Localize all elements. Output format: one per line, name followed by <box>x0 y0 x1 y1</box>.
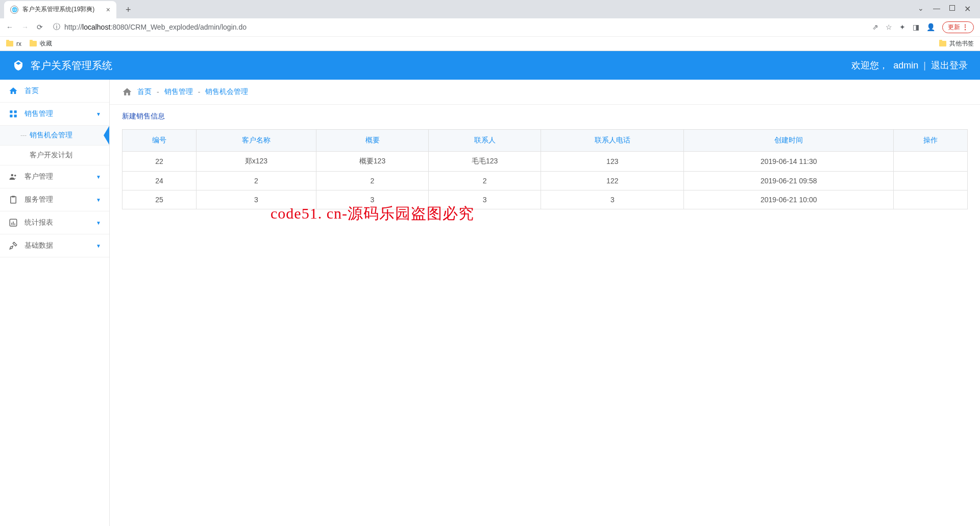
col-contact: 联系人 <box>429 130 541 152</box>
globe-icon: 🌐 <box>10 6 18 14</box>
tools-icon <box>8 241 18 251</box>
tab-bar: 🌐 客户关系管理系统(19郭爽) × + ⌄ — ✕ <box>0 0 980 18</box>
svg-rect-6 <box>11 197 16 203</box>
close-window-icon[interactable]: ✕ <box>964 4 971 14</box>
new-record-button[interactable]: 新建销售信息 <box>122 112 165 121</box>
sidebar-item-label: 基础数据 <box>24 241 53 250</box>
tab-title: 客户关系管理系统(19郭爽) <box>22 5 102 14</box>
profile-icon[interactable]: 👤 <box>926 23 935 31</box>
table-row: 242221222019-06-21 09:58 <box>122 172 968 190</box>
chevron-down-icon: ▼ <box>96 174 101 180</box>
content-area: 新建销售信息 编号 客户名称 概要 联系人 联系人电话 创建时间 操作 22郑x… <box>110 105 980 217</box>
sidebar-item-service[interactable]: 服务管理 ▼ <box>0 188 109 211</box>
col-id: 编号 <box>122 130 197 152</box>
chevron-down-icon[interactable]: ⌄ <box>918 4 924 14</box>
col-customer: 客户名称 <box>196 130 316 152</box>
col-phone: 联系人电话 <box>541 130 684 152</box>
logo-icon <box>12 59 24 71</box>
url-path: /CRM_Web_exploded/admin/login.do <box>128 23 247 31</box>
home-icon <box>8 86 18 96</box>
sidebar-sub-devplan[interactable]: --- 客户开发计划 <box>0 146 109 165</box>
forward-icon[interactable]: → <box>21 23 29 31</box>
breadcrumb: 首页 - 销售管理 - 销售机会管理 <box>110 80 980 105</box>
url-box[interactable]: ⓘ http://localhost:8080/CRM_Web_exploded… <box>50 22 865 32</box>
url-prefix: http:// <box>64 23 82 31</box>
breadcrumb-section[interactable]: 销售管理 <box>164 87 193 97</box>
cell-id: 25 <box>122 190 197 209</box>
chevron-down-icon: ▼ <box>96 111 101 117</box>
sidepanel-icon[interactable]: ◨ <box>913 23 919 31</box>
table-row: 22郑x123概要123毛毛1231232019-06-14 11:30 <box>122 152 968 172</box>
cell-customer: 郑x123 <box>196 152 316 172</box>
info-icon[interactable]: ⓘ <box>53 22 60 32</box>
new-tab-button[interactable]: + <box>120 2 136 18</box>
star-icon[interactable]: ☆ <box>886 23 892 31</box>
cell-action[interactable] <box>894 190 968 209</box>
close-tab-icon[interactable]: × <box>106 6 110 14</box>
logout-link[interactable]: 退出登录 <box>931 59 968 71</box>
browser-chrome: 🌐 客户关系管理系统(19郭爽) × + ⌄ — ✕ ← → ⟳ ⓘ http:… <box>0 0 980 51</box>
bookmark-item-favorites[interactable]: 收藏 <box>30 39 52 48</box>
svg-rect-10 <box>13 222 14 225</box>
cell-summary: 2 <box>316 172 428 190</box>
update-button[interactable]: 更新 ⋮ <box>942 21 974 33</box>
cell-contact: 3 <box>429 190 541 209</box>
cell-id: 24 <box>122 172 197 190</box>
cell-customer: 3 <box>196 190 316 209</box>
sidebar-item-sales[interactable]: 销售管理 ▼ <box>0 103 109 126</box>
minimize-icon[interactable]: — <box>933 4 940 14</box>
chevron-down-icon: ▼ <box>96 243 101 249</box>
cell-action[interactable] <box>894 172 968 190</box>
sidebar-item-stats[interactable]: 统计报表 ▼ <box>0 211 109 234</box>
sidebar-item-customer[interactable]: 客户管理 ▼ <box>0 165 109 188</box>
bookmark-other[interactable]: 其他书签 <box>939 39 974 48</box>
chevron-down-icon: ▼ <box>96 197 101 203</box>
svg-rect-7 <box>12 196 15 198</box>
sidebar-item-home[interactable]: 首页 <box>0 80 109 103</box>
app-header: 客户关系管理系统 欢迎您， admin | 退出登录 <box>0 51 980 80</box>
back-icon[interactable]: ← <box>6 23 13 31</box>
sidebar-item-label: 客户管理 <box>24 172 53 181</box>
chevron-down-icon: ▼ <box>96 220 101 226</box>
sidebar-item-basedata[interactable]: 基础数据 ▼ <box>0 234 109 257</box>
sub-item-label: 销售机会管理 <box>30 131 72 140</box>
svg-rect-1 <box>14 110 17 113</box>
separator: | <box>923 60 926 71</box>
users-icon <box>8 172 18 182</box>
cell-action[interactable] <box>894 152 968 172</box>
home-icon <box>122 87 132 97</box>
data-table: 编号 客户名称 概要 联系人 联系人电话 创建时间 操作 22郑x123概要12… <box>122 129 968 209</box>
reload-icon[interactable]: ⟳ <box>37 23 43 31</box>
header-right: 欢迎您， admin | 退出登录 <box>851 59 968 71</box>
bookmark-label: 其他书签 <box>949 39 974 48</box>
app-logo: 客户关系管理系统 <box>12 59 112 73</box>
sidebar-item-label: 统计报表 <box>24 218 53 227</box>
nav-icons: ← → ⟳ <box>6 23 43 31</box>
address-bar: ← → ⟳ ⓘ http://localhost:8080/CRM_Web_ex… <box>0 18 980 37</box>
app-name: 客户关系管理系统 <box>31 59 112 73</box>
folder-icon <box>30 41 37 46</box>
breadcrumb-page[interactable]: 销售机会管理 <box>205 87 248 97</box>
address-right-icons: ⇗ ☆ ✦ ◨ 👤 更新 ⋮ <box>872 21 974 33</box>
browser-tab[interactable]: 🌐 客户关系管理系统(19郭爽) × <box>4 1 116 18</box>
share-icon[interactable]: ⇗ <box>872 23 878 31</box>
clipboard-icon <box>8 195 18 205</box>
sidebar-item-label: 销售管理 <box>24 109 53 118</box>
extensions-icon[interactable]: ✦ <box>899 23 905 31</box>
cell-phone: 123 <box>541 152 684 172</box>
svg-rect-11 <box>14 224 15 225</box>
bookmark-label: 收藏 <box>40 39 52 48</box>
svg-point-4 <box>11 174 14 177</box>
url-host: localhost <box>82 23 110 31</box>
breadcrumb-home[interactable]: 首页 <box>137 87 152 97</box>
cell-phone: 3 <box>541 190 684 209</box>
maximize-icon[interactable] <box>949 4 955 14</box>
bookmark-item-rx[interactable]: rx <box>6 40 21 47</box>
sidebar-sub-opportunity[interactable]: --- 销售机会管理 <box>0 126 109 146</box>
sidebar-item-label: 服务管理 <box>24 195 53 204</box>
bookmarks-bar: rx 收藏 其他书签 <box>0 36 980 51</box>
folder-icon <box>939 41 946 46</box>
username-link[interactable]: admin <box>893 60 918 71</box>
cell-id: 22 <box>122 152 197 172</box>
svg-rect-3 <box>14 115 17 117</box>
